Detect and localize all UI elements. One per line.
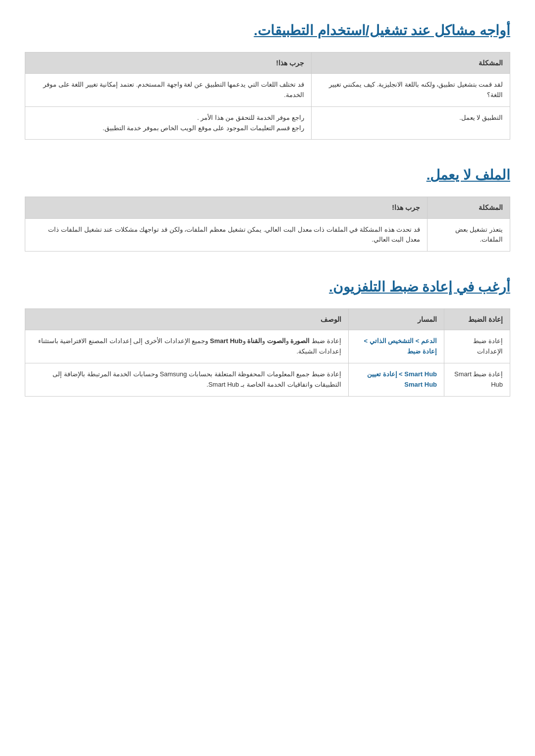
section2-row1-problem: يتعذر تشغيل بعض الملفات. bbox=[427, 218, 510, 252]
section3-row2-reset: إعادة ضبط Smart Hub bbox=[444, 363, 510, 396]
section3-header-path: المسار bbox=[348, 308, 444, 330]
section-reset-tv: أرغب في إعادة ضبط التلفزيون. إعادة الضبط… bbox=[25, 276, 510, 396]
section2-header-problem: المشكلة bbox=[427, 197, 510, 218]
table-row: إعادة ضبط Smart Hub Smart Hub > إعادة تع… bbox=[25, 363, 510, 396]
section3-row2-desc: إعادة ضبط جميع المعلومات المحفوظة المتعل… bbox=[25, 363, 349, 396]
section3-header-desc: الوصف bbox=[25, 308, 349, 330]
table-row: التطبيق لا يعمل. راجع موفر الخدمة للتحقق… bbox=[25, 106, 510, 140]
section1-title: أواجه مشاكل عند تشغيل/استخدام التطبيقات. bbox=[25, 20, 510, 42]
section1-table: المشكلة جرب هذا! لقد قمت بتشغيل تطبيق، و… bbox=[25, 52, 510, 140]
section2-table: المشكلة جرب هذا! يتعذر تشغيل بعض الملفات… bbox=[25, 197, 510, 252]
section2-title: الملف لا يعمل. bbox=[25, 164, 510, 187]
section3-row1-path-bold: الدعم > التشخيص الذاتي > إعادة ضبط bbox=[364, 337, 437, 355]
table-row: يتعذر تشغيل بعض الملفات. قد تحدث هذه الم… bbox=[25, 218, 510, 252]
section3-header-reset: إعادة الضبط bbox=[444, 308, 510, 330]
section3-table: إعادة الضبط المسار الوصف إعادة ضبط الإعد… bbox=[25, 308, 510, 397]
section3-row2-path: Smart Hub > إعادة تعيين Smart Hub bbox=[348, 363, 444, 396]
section3-row1-path: الدعم > التشخيص الذاتي > إعادة ضبط bbox=[348, 330, 444, 363]
section-apps-problems: أواجه مشاكل عند تشغيل/استخدام التطبيقات.… bbox=[25, 20, 510, 140]
table-row: إعادة ضبط الإعدادات الدعم > التشخيص الذا… bbox=[25, 330, 510, 363]
section2-row1-solution: قد تحدث هذه المشكلة في الملفات ذات معدل … bbox=[25, 218, 428, 252]
section1-row1-solution: قد تختلف اللغات التي يدعمها التطبيق عن ل… bbox=[25, 74, 312, 107]
section1-row2-solution: راجع موفر الخدمة للتحقق من هذا الأمر . ر… bbox=[25, 106, 312, 140]
section1-row1-problem: لقد قمت بتشغيل تطبيق، ولكنه باللغة الانج… bbox=[311, 74, 510, 107]
section3-title: أرغب في إعادة ضبط التلفزيون. bbox=[25, 276, 510, 299]
section1-row2-problem: التطبيق لا يعمل. bbox=[311, 106, 510, 140]
table-row: لقد قمت بتشغيل تطبيق، ولكنه باللغة الانج… bbox=[25, 74, 510, 107]
section3-row2-path-bold: Smart Hub > إعادة تعيين Smart Hub bbox=[367, 370, 437, 388]
section1-header-solution: جرب هذا! bbox=[25, 52, 312, 73]
section-file-not-working: الملف لا يعمل. المشكلة جرب هذا! يتعذر تش… bbox=[25, 164, 510, 252]
section3-row1-desc: إعادة ضبط الصورة والصوت والقناة وSmart H… bbox=[25, 330, 349, 363]
section1-header-problem: المشكلة bbox=[311, 52, 510, 73]
section3-row1-reset: إعادة ضبط الإعدادات bbox=[444, 330, 510, 363]
section2-header-solution: جرب هذا! bbox=[25, 197, 428, 218]
